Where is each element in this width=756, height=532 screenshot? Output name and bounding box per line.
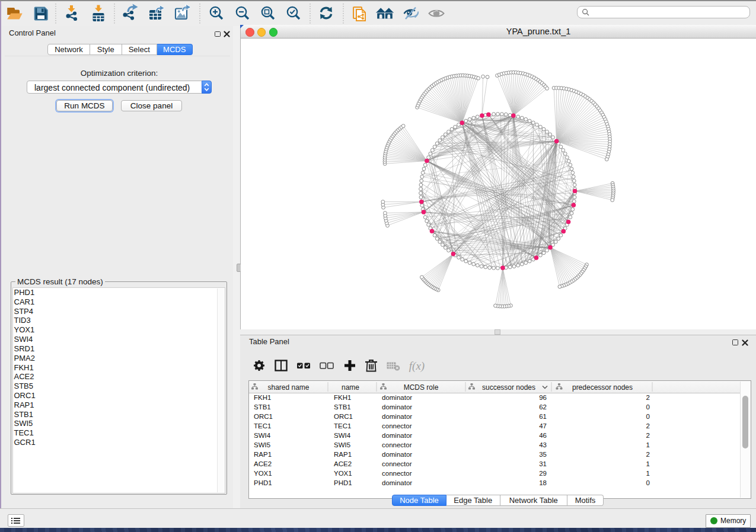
svg-text:MCDS role: MCDS role [404, 383, 439, 392]
svg-text:name: name [342, 383, 359, 392]
svg-text:f(x): f(x) [409, 360, 425, 373]
svg-text:successor nodes: successor nodes [482, 383, 535, 392]
svg-text:predecessor nodes: predecessor nodes [572, 383, 633, 392]
svg-text:shared name: shared name [267, 383, 309, 392]
